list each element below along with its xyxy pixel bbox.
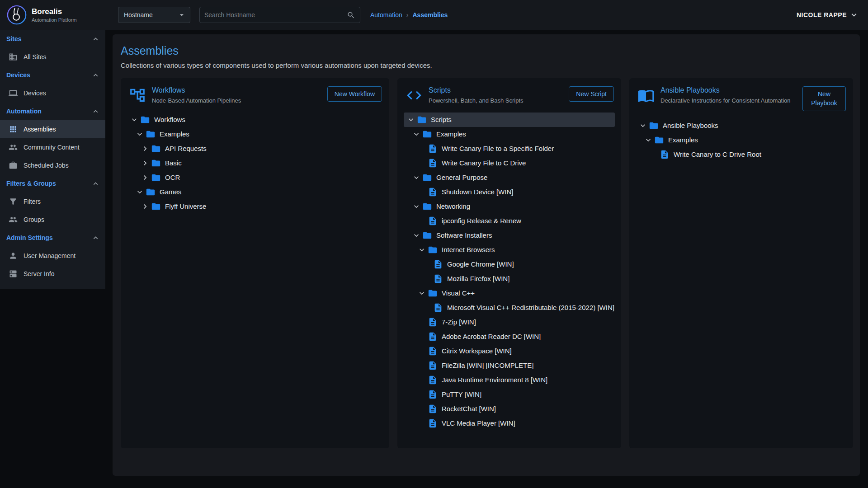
tree-file-row[interactable]: ipconfig Release & Renew bbox=[404, 214, 615, 228]
brand: Borealis Automation Platform bbox=[0, 5, 105, 25]
tree-file-row[interactable]: Google Chrome [WIN] bbox=[404, 257, 615, 272]
tree-item-label: Ansible Playbooks bbox=[663, 121, 718, 130]
tree-item-label: Google Chrome [WIN] bbox=[447, 260, 514, 269]
sidebar-item-label: Community Content bbox=[24, 144, 80, 151]
chevron-down-icon[interactable] bbox=[412, 231, 421, 240]
sidebar-item-all-sites[interactable]: All Sites bbox=[0, 48, 105, 66]
chevron-down-icon[interactable] bbox=[417, 289, 426, 298]
tree-item-label: Shutdown Device [WIN] bbox=[442, 188, 513, 197]
tree-item-label: Examples bbox=[668, 136, 698, 145]
chevron-up-icon bbox=[91, 179, 100, 188]
chevron-down-icon[interactable] bbox=[130, 115, 139, 124]
tree-item-label: PuTTY [WIN] bbox=[442, 390, 481, 399]
tree-folder-row[interactable]: Basic bbox=[127, 156, 383, 170]
tree-folder-row[interactable]: Visual C++ bbox=[404, 286, 615, 300]
chevron-down-icon[interactable] bbox=[135, 188, 144, 197]
sidebar-section-header-automation[interactable]: Automation bbox=[0, 102, 105, 120]
tree-folder-row[interactable]: General Purpose bbox=[404, 170, 615, 185]
sidebar-item-label: Assemblies bbox=[24, 126, 56, 133]
sidebar-section-header-devices[interactable]: Devices bbox=[0, 66, 105, 84]
sidebar-item-community-content[interactable]: Community Content bbox=[0, 138, 105, 156]
breadcrumb-link-assemblies[interactable]: Assemblies bbox=[413, 11, 448, 19]
tree-folder-row[interactable]: Ansible Playbooks bbox=[636, 118, 847, 133]
new-script-button[interactable]: New Script bbox=[569, 86, 614, 102]
sidebar-item-filters[interactable]: Filters bbox=[0, 192, 105, 211]
tree-file-row[interactable]: FileZilla [WIN] [INCOMPLETE] bbox=[404, 358, 615, 373]
tree-item-label: FileZilla [WIN] [INCOMPLETE] bbox=[442, 361, 533, 370]
file-icon bbox=[428, 332, 438, 342]
tree-item-label: Write Canary File to a Specific Folder bbox=[442, 144, 554, 153]
search-input[interactable] bbox=[204, 11, 347, 19]
chevron-up-icon bbox=[91, 71, 100, 80]
brand-name: Borealis bbox=[32, 7, 77, 16]
sidebar-item-assemblies[interactable]: Assemblies bbox=[0, 120, 105, 138]
tree-file-row[interactable]: Java Runtime Environment 8 [WIN] bbox=[404, 373, 615, 387]
workflows-tree: WorkflowsExamplesAPI RequestsBasicOCRGam… bbox=[127, 113, 383, 442]
chevron-right-icon[interactable] bbox=[141, 159, 150, 168]
chevron-down-icon[interactable] bbox=[135, 130, 144, 139]
tree-file-row[interactable]: Write Canary File to a Specific Folder bbox=[404, 141, 615, 156]
sidebar-item-scheduled-jobs[interactable]: Scheduled Jobs bbox=[0, 156, 105, 174]
chevron-right-icon[interactable] bbox=[141, 144, 150, 153]
folder-icon bbox=[146, 187, 156, 197]
tree-folder-row[interactable]: Networking bbox=[404, 199, 615, 214]
chevron-down-icon[interactable] bbox=[412, 202, 421, 211]
tree-file-row[interactable]: Mozilla Firefox [WIN] bbox=[404, 272, 615, 286]
chevron-down-icon[interactable] bbox=[412, 173, 421, 182]
tree-file-row[interactable]: Citrix Workspace [WIN] bbox=[404, 344, 615, 358]
sidebar-section-header-admin-settings[interactable]: Admin Settings bbox=[0, 229, 105, 247]
tree-item-label: Software Installers bbox=[436, 231, 492, 240]
user-menu[interactable]: NICOLE RAPPE bbox=[797, 10, 859, 20]
sidebar-section-label: Admin Settings bbox=[6, 234, 53, 241]
chevron-down-icon[interactable] bbox=[417, 245, 426, 254]
sidebar-item-server-info[interactable]: Server Info bbox=[0, 265, 105, 283]
tree-file-row[interactable]: Adobe Acrobat Reader DC [WIN] bbox=[404, 329, 615, 344]
sidebar-section-header-filters-groups[interactable]: Filters & Groups bbox=[0, 174, 105, 192]
tree-file-row[interactable]: 7-Zip [WIN] bbox=[404, 315, 615, 329]
tree-item-label: Internet Browsers bbox=[442, 245, 495, 254]
tree-folder-row[interactable]: Games bbox=[127, 185, 383, 199]
search-icon[interactable] bbox=[347, 11, 355, 19]
tree-file-row[interactable]: PuTTY [WIN] bbox=[404, 387, 615, 402]
tree-folder-row[interactable]: Workflows bbox=[127, 113, 383, 127]
workflows-card-header: Workflows Node-Based Automation Pipeline… bbox=[127, 84, 383, 105]
tree-file-row[interactable]: Shutdown Device [WIN] bbox=[404, 185, 615, 199]
chevron-down-icon[interactable] bbox=[638, 121, 647, 130]
tree-folder-row[interactable]: Examples bbox=[636, 133, 847, 147]
chevron-up-icon bbox=[91, 35, 100, 43]
chevron-right-icon[interactable] bbox=[141, 173, 150, 182]
hostname-select[interactable]: Hostname bbox=[118, 7, 190, 23]
chevron-right-icon[interactable] bbox=[141, 202, 150, 211]
tree-folder-row[interactable]: Scripts bbox=[404, 113, 615, 127]
tree-file-row[interactable]: Write Canary to C Drive Root bbox=[636, 147, 847, 162]
tree-folder-row[interactable]: Internet Browsers bbox=[404, 243, 615, 257]
sidebar-item-label: Devices bbox=[24, 89, 46, 97]
chevron-down-icon[interactable] bbox=[406, 115, 415, 124]
tree-file-row[interactable]: Microsoft Visual C++ Redistributable (20… bbox=[404, 300, 615, 315]
tree-folder-row[interactable]: Examples bbox=[127, 127, 383, 141]
tree-folder-row[interactable]: Software Installers bbox=[404, 228, 615, 243]
tree-folder-row[interactable]: Examples bbox=[404, 127, 615, 141]
tree-folder-row[interactable]: API Requests bbox=[127, 141, 383, 156]
new-playbook-button[interactable]: New Playbook bbox=[802, 86, 846, 111]
tree-file-row[interactable]: RocketChat [WIN] bbox=[404, 402, 615, 416]
tree-folder-row[interactable]: Flyff Universe bbox=[127, 199, 383, 214]
sidebar-item-user-management[interactable]: User Management bbox=[0, 247, 105, 265]
sidebar-item-groups[interactable]: Groups bbox=[0, 211, 105, 229]
tree-item-label: Mozilla Firefox [WIN] bbox=[447, 274, 509, 283]
tree-item-label: ipconfig Release & Renew bbox=[442, 216, 521, 225]
tree-folder-row[interactable]: OCR bbox=[127, 170, 383, 185]
new-workflow-button[interactable]: New Workflow bbox=[327, 86, 382, 102]
sidebar-item-devices[interactable]: Devices bbox=[0, 84, 105, 102]
user-management-icon bbox=[9, 251, 18, 260]
tree-file-row[interactable]: VLC Media Player [WIN] bbox=[404, 416, 615, 431]
chevron-down-icon[interactable] bbox=[644, 136, 653, 145]
sidebar-section-header-sites[interactable]: Sites bbox=[0, 30, 105, 48]
scripts-tree: ScriptsExamplesWrite Canary File to a Sp… bbox=[404, 113, 615, 442]
tree-item-label: API Requests bbox=[165, 144, 207, 153]
chevron-down-icon[interactable] bbox=[412, 130, 421, 139]
file-icon bbox=[660, 150, 670, 160]
tree-item-label: RocketChat [WIN] bbox=[442, 404, 496, 413]
breadcrumb-link-automation[interactable]: Automation bbox=[370, 11, 402, 19]
tree-file-row[interactable]: Write Canary File to C Drive bbox=[404, 156, 615, 170]
